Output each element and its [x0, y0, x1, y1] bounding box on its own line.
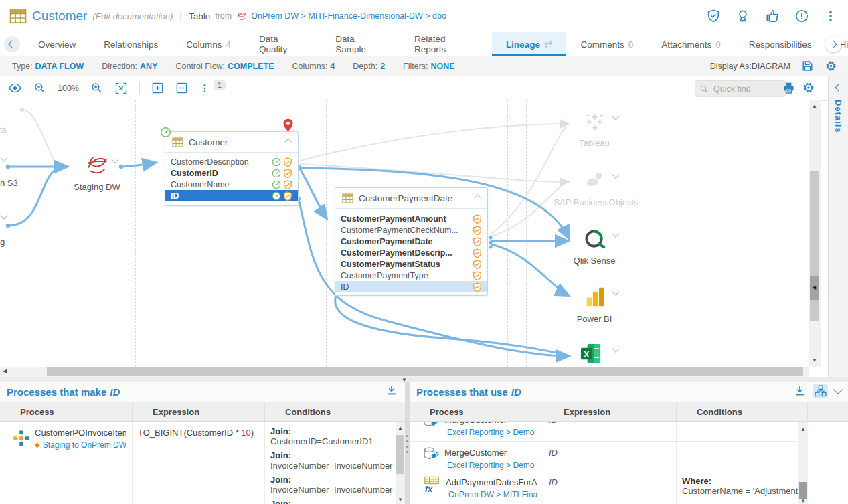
column-row[interactable]: CustomerPaymentDescrip... [335, 247, 487, 258]
column-row[interactable]: CustomerPaymentDate [335, 236, 487, 247]
staging-dw-node[interactable] [85, 153, 110, 178]
tab-attachments[interactable]: Attachments0 [647, 32, 735, 56]
divider-grip-dots[interactable] [406, 435, 408, 453]
open-details-chevron-icon[interactable] [835, 84, 842, 91]
endorsement-rosette-icon[interactable] [736, 9, 750, 23]
scroll-down-arrow[interactable]: ▼ [812, 358, 817, 363]
customerpaymentdate-table-node[interactable]: CustomerPaymentDate CustomerPaymentAmoun… [335, 187, 488, 296]
lineage-settings-gear-icon[interactable] [825, 60, 837, 72]
filter-direction-value[interactable]: ANY [140, 62, 157, 71]
preview-eye-icon[interactable] [8, 81, 22, 95]
panel-vertical-scrollbar[interactable]: ▲ ▼ [798, 422, 808, 504]
diagram-settings-gear-icon[interactable] [802, 81, 815, 94]
scroll-up-arrow[interactable]: ▲ [812, 104, 817, 109]
collapse-node-icon[interactable] [474, 194, 481, 201]
qlik-sense-node[interactable] [584, 228, 606, 250]
filter-depth-value[interactable]: 2 [380, 62, 385, 71]
filter-filters-value[interactable]: NONE [431, 62, 455, 71]
excel-node[interactable] [580, 343, 602, 365]
filter-columns-value[interactable]: 4 [330, 62, 335, 71]
tab-data-sample[interactable]: Data Sample [321, 32, 400, 56]
splitter-arrow[interactable]: ◀ [812, 285, 816, 290]
column-row-customername[interactable]: CustomerName [165, 179, 298, 190]
tab-data-quality[interactable]: Data Quality [245, 32, 321, 56]
column-row[interactable]: CustomerPaymentCheckNum... [335, 224, 487, 236]
tab-responsibilities[interactable]: Responsibilities [735, 32, 826, 56]
customer-table-node[interactable]: Customer CustomerDescription CustomerID … [165, 131, 299, 206]
column-header-process[interactable]: Process [0, 402, 133, 421]
tabs-scroll-right-button[interactable] [825, 36, 841, 52]
tab-related-reports[interactable]: Related Reports [400, 32, 492, 56]
column-row[interactable]: CustomerPaymentType [335, 270, 487, 281]
panels-vertical-divider[interactable] [405, 382, 410, 504]
scrollbar-thumb[interactable] [799, 482, 807, 499]
column-row-id-selected[interactable]: ID [165, 190, 298, 201]
customer-node-header[interactable]: Customer [165, 132, 298, 153]
conditions-scrollbar[interactable]: ▲ ▼ [396, 422, 405, 504]
issues-alert-icon[interactable] [794, 9, 809, 23]
scroll-left-arrow[interactable]: ◀ [3, 369, 7, 374]
lineage-canvas[interactable]: ts n S3 g Staging DW Customer CustomerDe… [0, 100, 809, 367]
download-icon[interactable] [793, 384, 807, 398]
column-row-customerdescription[interactable]: CustomerDescription [165, 156, 298, 167]
overlap-kebab-icon[interactable] [199, 82, 210, 94]
column-header-conditions[interactable]: Conditions [677, 402, 808, 421]
column-row[interactable]: CustomerPaymentStatus [335, 258, 487, 270]
save-view-icon[interactable] [801, 60, 814, 72]
tab-overview[interactable]: Overview [24, 32, 90, 56]
scroll-up-arrow[interactable]: ▲ [800, 427, 806, 432]
column-header-expression[interactable]: Expression [543, 402, 677, 421]
print-icon[interactable] [782, 81, 796, 95]
tab-comments[interactable]: Comments0 [566, 32, 647, 56]
tabs-scroll-left-button[interactable] [4, 36, 20, 52]
table-row[interactable]: CustomerPOInvoiceItem ◆Staging to OnPrem… [0, 422, 405, 504]
process-path-link[interactable]: OnPrem DW > MITI-Financ [446, 490, 537, 499]
fit-to-screen-icon[interactable] [114, 82, 128, 95]
table-row[interactable]: AddPaymentDatesForAdjus OnPrem DW > MITI… [410, 471, 808, 504]
collapse-node-icon[interactable] [284, 138, 292, 145]
column-row-customerid[interactable]: CustomerID [165, 167, 298, 179]
column-header-process[interactable]: Process [410, 402, 543, 421]
column-header-expression[interactable]: Expression [133, 402, 265, 421]
scroll-up-arrow[interactable]: ▲ [398, 426, 403, 431]
more-kebab-icon[interactable] [824, 9, 837, 23]
canvas-horizontal-scrollbar[interactable]: ◀ [0, 367, 809, 377]
like-thumbs-up-icon[interactable] [765, 9, 780, 23]
edit-documentation-link[interactable]: (Edit documentation) [92, 11, 173, 21]
column-row-id-highlighted[interactable]: ID [335, 281, 487, 292]
column-header-conditions[interactable]: Conditions [265, 402, 405, 421]
scroll-down-arrow[interactable]: ▼ [800, 499, 806, 504]
display-as-value[interactable]: DIAGRAM [752, 62, 790, 71]
breadcrumb[interactable]: OnPrem DW > MITI-Finance-Dimensional-DW … [251, 11, 446, 21]
scrollbar-thumb[interactable] [47, 367, 803, 376]
filter-control-flow-value[interactable]: COMPLETE [228, 62, 274, 71]
scrollbar-thumb[interactable] [396, 435, 404, 474]
table-row[interactable]: MergeCustomer Excel Reporting > Demo > I… [410, 442, 808, 471]
expand-all-icon[interactable] [151, 82, 164, 94]
table-row[interactable]: MergeCustomer Excel Reporting > Demo > I… [410, 422, 808, 442]
details-panel-strip[interactable]: Details [828, 76, 848, 377]
zoom-in-icon[interactable] [90, 82, 103, 94]
payment-node-header[interactable]: CustomerPaymentDate [335, 188, 487, 209]
collapse-panel-chevron-icon[interactable] [833, 385, 843, 394]
tree-view-icon[interactable] [813, 384, 828, 398]
tab-relationships[interactable]: Relationships [90, 32, 172, 56]
tab-lineage[interactable]: Lineage⇄ [492, 32, 567, 56]
canvas-vertical-scrollbar[interactable]: ▲ ◀ ▼ [809, 100, 821, 367]
process-path-link[interactable]: Excel Reporting > Demo > [444, 460, 537, 470]
sap-businessobjects-node[interactable] [584, 169, 605, 190]
column-row[interactable]: CustomerPaymentAmount [335, 213, 487, 224]
details-tab-label[interactable]: Details [833, 100, 843, 133]
power-bi-node[interactable] [585, 286, 606, 308]
certified-shield-icon[interactable] [706, 9, 721, 23]
tableau-node[interactable] [584, 112, 605, 133]
filter-type-value[interactable]: DATA FLOW [35, 62, 84, 71]
zoom-out-icon[interactable] [33, 82, 46, 94]
process-path-link[interactable]: Excel Reporting > Demo > [444, 428, 537, 437]
tab-columns[interactable]: Columns4 [172, 32, 245, 56]
scroll-down-arrow[interactable]: ▼ [398, 497, 403, 503]
collapse-all-icon[interactable] [175, 82, 188, 94]
process-path-link[interactable]: ◆Staging to OnPrem DW > S [35, 440, 126, 450]
quick-find-input[interactable] [712, 84, 772, 94]
download-icon[interactable] [385, 384, 398, 397]
